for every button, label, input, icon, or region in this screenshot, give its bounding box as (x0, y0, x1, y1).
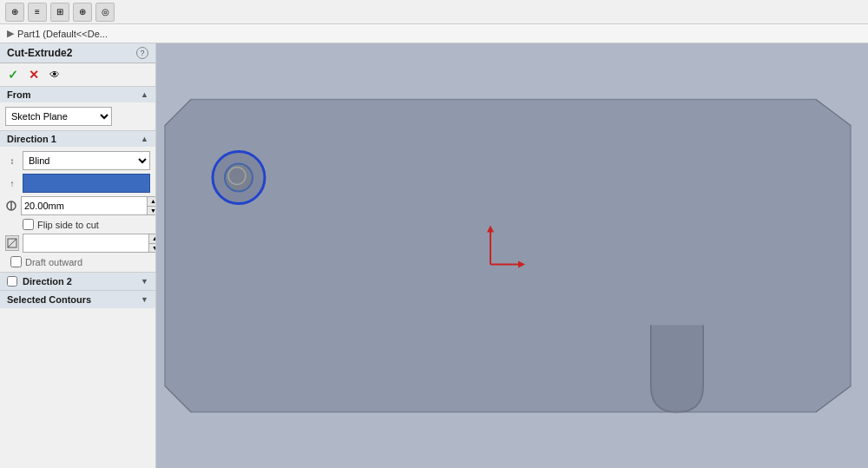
direction1-content: ↕ Blind Through All Through All-Both Up … (0, 147, 155, 272)
depth-increment[interactable]: ▲ (148, 197, 156, 207)
direction2-checkbox[interactable] (7, 276, 17, 287)
direction1-arrow-icon: ↕ (5, 154, 19, 168)
from-section-header[interactable]: From ▲ (0, 87, 155, 102)
depth-input-wrapper: ▲ ▼ (21, 196, 156, 215)
direction1-type-row: ↕ Blind Through All Through All-Both Up … (5, 151, 150, 170)
toolbar-icon-3[interactable]: ⊞ (50, 3, 69, 22)
draft-angle-icon (5, 235, 19, 251)
draft-outward-label: Draft outward (25, 257, 82, 267)
toolbar-icon-1[interactable]: ⊕ (5, 3, 24, 22)
direction2-label: Direction 2 (23, 276, 72, 287)
from-dropdown[interactable]: Sketch Plane Surface/Face/Plane Vertex O… (5, 107, 112, 126)
direction1-chevron-icon: ▲ (141, 135, 148, 143)
action-row: ✓ ✕ 👁 (0, 63, 155, 87)
depth-spinners: ▲ ▼ (147, 197, 156, 214)
draft-angle-input[interactable] (23, 234, 148, 252)
flip-side-label: Flip side to cut (37, 220, 99, 230)
toolbar-icon-5[interactable]: ◎ (95, 3, 115, 22)
direction1-face-input[interactable] (23, 174, 150, 193)
breadcrumb-text: Part1 (Default<<De... (17, 29, 108, 39)
draft-angle-row: ▲ ▼ (5, 234, 150, 253)
top-toolbar: ⊕ ≡ ⊞ ⊕ ◎ (0, 0, 868, 24)
direction1-face-input-row: ↑ (5, 174, 150, 193)
direction2-chevron-icon: ▼ (141, 277, 148, 286)
selected-contours-label: Selected Contours (7, 294, 91, 305)
flip-side-checkbox[interactable] (23, 219, 34, 230)
draft-angle-input-wrapper: ▲ ▼ (23, 234, 156, 253)
viewport (156, 43, 868, 468)
direction1-face-icon: ↑ (5, 176, 19, 190)
draft-angle-spinners: ▲ ▼ (148, 234, 156, 252)
draft-angle-increment[interactable]: ▲ (149, 234, 156, 244)
confirm-button[interactable]: ✓ (5, 67, 21, 82)
selected-contours-chevron-icon: ▼ (141, 295, 148, 304)
selected-contours-section[interactable]: Selected Contours ▼ (0, 291, 155, 308)
svg-marker-4 (165, 100, 851, 412)
draft-angle-decrement[interactable]: ▼ (149, 244, 156, 253)
direction1-depth-row: ▲ ▼ (5, 196, 150, 215)
draft-outward-checkbox[interactable] (10, 256, 22, 267)
direction1-section-header[interactable]: Direction 1 ▲ (0, 131, 155, 147)
direction2-section[interactable]: Direction 2 ▼ (0, 273, 155, 291)
from-chevron-icon: ▲ (141, 90, 148, 99)
depth-decrement[interactable]: ▼ (148, 207, 156, 215)
toolbar-icon-2[interactable]: ≡ (28, 3, 47, 22)
panel-header: Cut-Extrude2 ? (0, 43, 155, 63)
left-panel: Cut-Extrude2 ? ✓ ✕ 👁 From ▲ Sketch Plan (0, 43, 156, 468)
draft-outward-row: Draft outward (5, 256, 150, 267)
depth-icon (5, 199, 17, 213)
direction1-section: Direction 1 ▲ ↕ Blind Through All Throug… (0, 131, 155, 273)
flip-side-row: Flip side to cut (5, 219, 150, 230)
direction1-label: Direction 1 (7, 134, 56, 144)
breadcrumb: ▶ Part1 (Default<<De... (0, 24, 868, 43)
svg-line-3 (8, 239, 16, 247)
from-section-label: From (7, 89, 31, 100)
from-section-content: Sketch Plane Surface/Face/Plane Vertex O… (0, 102, 155, 130)
toolbar-icon-4[interactable]: ⊕ (73, 3, 92, 22)
direction2-left: Direction 2 (7, 276, 72, 287)
panel-help-button[interactable]: ? (136, 47, 148, 59)
from-section: From ▲ Sketch Plane Surface/Face/Plane V… (0, 87, 155, 131)
cancel-button[interactable]: ✕ (26, 67, 42, 82)
breadcrumb-arrow: ▶ (7, 28, 14, 39)
panel-title: Cut-Extrude2 (7, 47, 72, 59)
main-area: Cut-Extrude2 ? ✓ ✕ 👁 From ▲ Sketch Plan (0, 43, 868, 468)
depth-input[interactable] (22, 197, 147, 214)
preview-button[interactable]: 👁 (47, 67, 62, 82)
3d-viewport-svg (156, 43, 868, 468)
direction1-type-dropdown[interactable]: Blind Through All Through All-Both Up to… (23, 151, 150, 170)
